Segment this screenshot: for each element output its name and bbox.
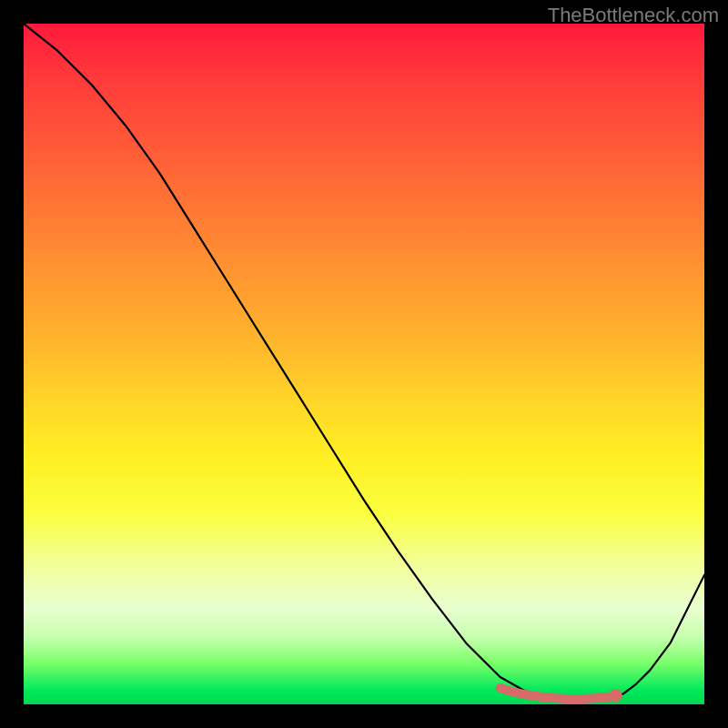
optimal-marker — [610, 689, 622, 702]
plot-area — [24, 24, 704, 704]
plot-container — [24, 24, 704, 704]
watermark-text: TheBottleneck.com — [548, 4, 719, 27]
chart-svg — [24, 24, 704, 704]
bottleneck-curve-path — [24, 24, 704, 701]
optimal-range-line — [500, 688, 616, 699]
